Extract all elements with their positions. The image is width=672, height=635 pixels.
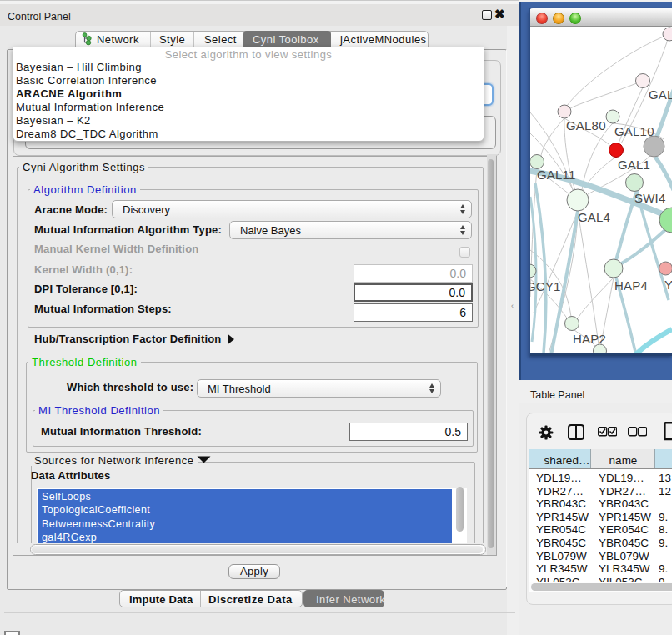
svg-text:GAL10: GAL10: [614, 124, 654, 138]
svg-text:YJ: YJ: [664, 278, 672, 292]
svg-text:GAL1: GAL1: [618, 158, 650, 172]
svg-text:GAL2: GAL2: [649, 88, 672, 102]
svg-text:SWI4: SWI4: [634, 191, 665, 205]
svg-text:GAL11: GAL11: [537, 168, 576, 182]
svg-text:GAL80: GAL80: [566, 118, 606, 132]
svg-text:GAL4: GAL4: [578, 210, 610, 224]
svg-text:HAP2: HAP2: [573, 332, 606, 346]
svg-text:HAP4: HAP4: [614, 278, 648, 292]
svg-text:GCY1: GCY1: [530, 279, 561, 293]
